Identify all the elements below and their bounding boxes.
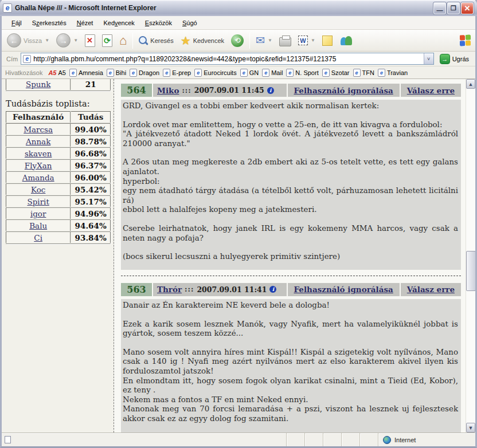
user-link[interactable]: Balu bbox=[29, 221, 47, 230]
user-link[interactable]: Amanda bbox=[22, 173, 54, 182]
messenger-button[interactable] bbox=[337, 34, 356, 48]
links-bar: Hivatkozások A5A5 eAmnesia eBihi eDragon… bbox=[2, 66, 475, 79]
info-icon[interactable]: i bbox=[269, 286, 276, 293]
user-link[interactable]: skaven bbox=[25, 149, 52, 158]
stop-icon: ✕ bbox=[85, 34, 95, 47]
link-tfn[interactable]: eTFN bbox=[353, 69, 374, 77]
status-bar: Internet bbox=[2, 433, 475, 446]
mail-icon: ✉ bbox=[256, 34, 265, 47]
link-eurocircuits[interactable]: eEurocircuits bbox=[194, 69, 236, 77]
post-body: Danair az Én karaktereim NE keverd bele … bbox=[121, 299, 461, 433]
toplist-heading: Tudásbázis toplista: bbox=[6, 99, 111, 108]
ie-page-icon: e bbox=[378, 69, 385, 77]
user-link[interactable]: Spirit bbox=[27, 197, 49, 206]
status-cell bbox=[323, 433, 341, 446]
menu-tools[interactable]: Eszközök bbox=[140, 18, 177, 28]
menu-bar: Fájl Szerkesztés Nézet Kedvencek Eszközö… bbox=[2, 16, 475, 30]
menu-edit[interactable]: Szerkesztés bbox=[27, 18, 72, 28]
user-link[interactable]: Spunk bbox=[26, 80, 50, 89]
ie-page-icon: e bbox=[107, 69, 114, 77]
title-bar[interactable]: e Ghalla Népe /// - Microsoft Internet E… bbox=[0, 0, 477, 16]
scroll-up-icon[interactable]: ▲ bbox=[466, 79, 475, 89]
status-zone: Internet bbox=[378, 433, 475, 446]
ie-page-icon: e bbox=[163, 69, 170, 77]
menu-favorites[interactable]: Kedvencek bbox=[98, 18, 139, 28]
print-button[interactable] bbox=[276, 34, 294, 48]
link-amnesia[interactable]: eAmnesia bbox=[69, 69, 103, 77]
user-link[interactable]: igor bbox=[30, 209, 46, 218]
minimize-button[interactable]: — bbox=[433, 2, 446, 14]
sidebar-top-table: Spunk 21 bbox=[6, 79, 111, 91]
scroll-down-icon[interactable]: ▼ bbox=[466, 423, 475, 433]
reply-link[interactable]: Válasz erre bbox=[407, 86, 455, 95]
address-dropdown-button[interactable]: ˅ bbox=[424, 53, 433, 64]
info-icon[interactable]: i bbox=[267, 87, 274, 94]
edit-button[interactable]: W ▼ bbox=[295, 34, 318, 46]
maximize-button[interactable]: ❐ bbox=[447, 2, 460, 14]
link-dragon[interactable]: eDragon bbox=[130, 69, 159, 77]
table-row: Ci93.84% bbox=[6, 231, 111, 243]
mail-button[interactable]: ✉ ▼ bbox=[253, 33, 275, 48]
discuss-button[interactable] bbox=[319, 34, 335, 47]
menu-help[interactable]: Súgó bbox=[177, 18, 202, 28]
stop-button[interactable]: ✕ bbox=[82, 33, 98, 48]
user-link[interactable]: Ci bbox=[34, 233, 42, 242]
go-button[interactable]: → Ugrás bbox=[437, 53, 472, 65]
link-gn[interactable]: eGN bbox=[240, 69, 259, 77]
edit-dropdown-icon[interactable]: ▼ bbox=[311, 38, 315, 43]
home-button[interactable]: ⌂ bbox=[116, 33, 130, 48]
user-link[interactable]: Annak bbox=[26, 137, 50, 146]
ignore-user-link[interactable]: Felhasználó ignorálása bbox=[294, 285, 393, 294]
author-link[interactable]: Thrór bbox=[157, 285, 182, 294]
menu-file[interactable]: Fájl bbox=[6, 18, 27, 28]
post-paragraph: GRD, Givangel es a tobbi ember kedveert … bbox=[123, 101, 458, 111]
back-dropdown-icon[interactable]: ▼ bbox=[45, 38, 49, 43]
internet-globe-icon bbox=[383, 436, 391, 444]
scrollbar-thumb[interactable] bbox=[466, 251, 475, 291]
history-icon: ⟲ bbox=[231, 34, 244, 47]
user-link[interactable]: FlyXan bbox=[25, 161, 52, 170]
status-cell bbox=[359, 433, 378, 446]
status-cell bbox=[341, 433, 359, 446]
status-zone-label: Internet bbox=[394, 437, 416, 443]
post-header: 563 Thrór ::: 2007.09.01 11:41 i Felhasz… bbox=[121, 283, 461, 296]
menu-view[interactable]: Nézet bbox=[72, 18, 99, 28]
ie-page-icon: e bbox=[69, 69, 77, 77]
user-link[interactable]: Koc bbox=[31, 185, 45, 194]
link-a5[interactable]: A5A5 bbox=[48, 69, 66, 76]
windows-flag-logo bbox=[460, 34, 471, 46]
link-travian[interactable]: eTravian bbox=[378, 69, 408, 77]
reply-link[interactable]: Válasz erre bbox=[407, 285, 455, 294]
search-button[interactable]: Keresés bbox=[136, 35, 176, 46]
user-link[interactable]: Marcsa bbox=[24, 125, 53, 134]
mail-dropdown-icon[interactable]: ▼ bbox=[268, 38, 272, 43]
post-date: 2007.09.01 11:41 bbox=[197, 285, 267, 294]
favorites-button[interactable]: ★ Kedvencek bbox=[178, 34, 227, 48]
author-link[interactable]: Miko bbox=[157, 86, 179, 95]
post-header: 564 Miko ::: 2007.09.01 11:45 i Felhaszn… bbox=[121, 84, 461, 97]
link-szotar[interactable]: eSzotar bbox=[322, 69, 350, 77]
post-body: GRD, Givangel es a tobbi ember kedveert … bbox=[121, 100, 461, 270]
go-arrow-icon: → bbox=[440, 54, 450, 64]
history-button[interactable]: ⟲ bbox=[228, 33, 247, 48]
table-row: Marcsa99.40% bbox=[6, 123, 111, 135]
table-row: Annak98.78% bbox=[6, 135, 111, 147]
link-nsport[interactable]: eN. Sport bbox=[286, 69, 318, 77]
address-input[interactable]: e http://ghalla.pbm.hu/comment.php?q=118… bbox=[21, 53, 433, 65]
forum-thread: 564 Miko ::: 2007.09.01 11:45 i Felhaszn… bbox=[114, 79, 466, 433]
url-text: http://ghalla.pbm.hu/comment.php?q=11892… bbox=[33, 55, 336, 63]
refresh-button[interactable]: ⟳ bbox=[99, 33, 115, 48]
forward-dropdown-icon[interactable]: ▼ bbox=[73, 38, 78, 43]
ie-page-icon: e bbox=[322, 69, 330, 77]
vertical-scrollbar[interactable]: ▲ ▼ bbox=[466, 79, 475, 433]
link-mail[interactable]: eMail bbox=[262, 69, 283, 77]
a5-logo-icon: A5 bbox=[48, 69, 56, 76]
back-button[interactable]: ← Vissza ▼ bbox=[4, 32, 52, 49]
post-paragraph: A 26os utan meg megkereste a 2db embert … bbox=[123, 158, 458, 215]
link-bihi[interactable]: eBihi bbox=[107, 69, 126, 77]
ignore-user-link[interactable]: Felhasználó ignorálása bbox=[294, 86, 393, 95]
post-paragraph: Mano sosem volt annyira híres mint Kispá… bbox=[123, 348, 458, 424]
forward-button[interactable]: → ▼ bbox=[53, 32, 81, 49]
link-eprep[interactable]: eE-prep bbox=[163, 69, 191, 77]
close-button[interactable]: ✕ bbox=[461, 2, 474, 14]
